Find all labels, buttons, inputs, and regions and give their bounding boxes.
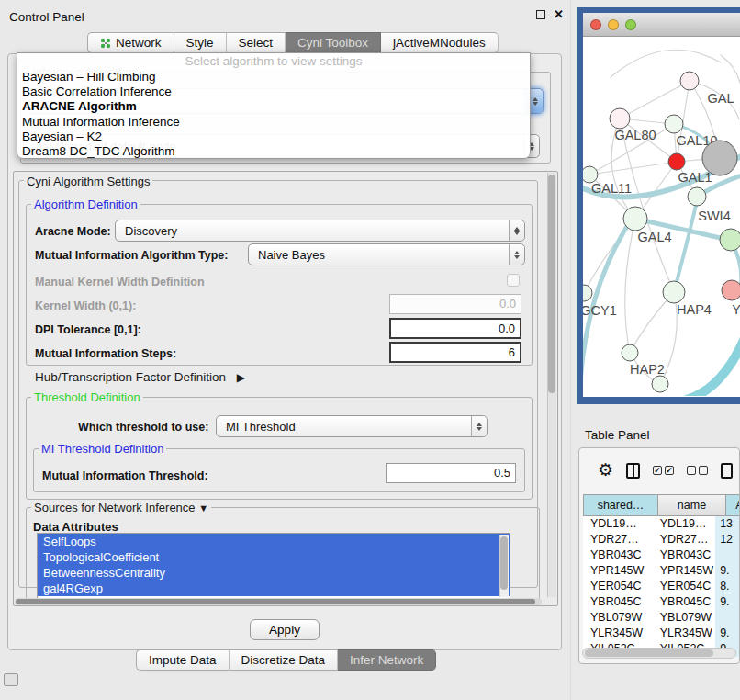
document-icon[interactable] bbox=[721, 463, 733, 479]
expand-arrow-icon[interactable]: ▶ bbox=[237, 371, 245, 384]
table-cell[interactable]: YDR27… bbox=[583, 532, 653, 548]
network-node[interactable] bbox=[720, 229, 740, 251]
table-cell[interactable]: YLR345W bbox=[583, 626, 653, 641]
column-header[interactable]: name bbox=[658, 494, 726, 516]
table-cell[interactable] bbox=[715, 548, 740, 563]
settings-horizontal-scrollbar-thumb[interactable] bbox=[16, 599, 535, 604]
algorithm-option[interactable]: Dream8 DC_TDC Algorithm bbox=[17, 144, 530, 159]
network-node[interactable] bbox=[583, 285, 592, 301]
table-cell[interactable]: YBR043C bbox=[583, 548, 653, 563]
table-cell[interactable]: YBR043C bbox=[653, 548, 715, 563]
mi-steps-input[interactable]: 6 bbox=[389, 342, 521, 363]
combo-stepper[interactable] bbox=[509, 244, 524, 265]
manual-kernel-checkbox[interactable] bbox=[507, 274, 520, 287]
table-row[interactable]: YDL19…YDL19…13 bbox=[583, 516, 740, 532]
columns-icon[interactable] bbox=[626, 463, 640, 479]
network-canvas[interactable]: GALGAL80GAL10GAL1GAL11SWI4GAL4GCY1HAP4YH… bbox=[583, 37, 740, 396]
table-cell[interactable]: YDR27… bbox=[653, 532, 715, 548]
table-cell[interactable]: YBL079W bbox=[583, 610, 653, 626]
mi-threshold-input[interactable]: 0.5 bbox=[386, 463, 516, 483]
collapse-arrow-icon[interactable]: ▼ bbox=[198, 502, 208, 514]
table-cell[interactable]: YDL19… bbox=[583, 516, 653, 532]
which-threshold-combo[interactable]: MI Threshold bbox=[216, 415, 488, 437]
combo-stepper[interactable] bbox=[471, 416, 487, 436]
table-row[interactable]: YBR045CYBR045C9. bbox=[583, 594, 740, 610]
zoom-traffic-light-icon[interactable] bbox=[625, 19, 636, 30]
table-cell[interactable]: 13 bbox=[715, 516, 740, 532]
table-cell[interactable]: 9. bbox=[715, 563, 740, 579]
network-edge[interactable] bbox=[721, 55, 740, 83]
network-node[interactable] bbox=[668, 153, 685, 170]
network-node[interactable] bbox=[680, 72, 699, 90]
algorithm-option[interactable]: Mutual Information Inference bbox=[17, 115, 530, 130]
table-cell[interactable]: YBL079W bbox=[653, 610, 715, 626]
attribute-item[interactable]: SelfLoops bbox=[38, 534, 510, 549]
table-cell[interactable]: 9. bbox=[715, 594, 740, 610]
table-row[interactable]: YBR043CYBR043C bbox=[583, 548, 740, 563]
network-window-titlebar[interactable] bbox=[583, 13, 740, 37]
algorithm-option[interactable]: Bayesian – K2 bbox=[17, 130, 530, 144]
network-edge-thick[interactable] bbox=[675, 338, 740, 396]
algorithm-option[interactable]: ARACNE Algorithm bbox=[17, 99, 530, 114]
table-cell[interactable]: YPR145W bbox=[653, 563, 715, 579]
table-cell[interactable]: YLR345W bbox=[653, 626, 715, 641]
network-node[interactable] bbox=[610, 108, 630, 129]
checked-pair-icon[interactable]: ✓✓ bbox=[653, 466, 674, 475]
table-horizontal-scrollbar-thumb[interactable] bbox=[585, 649, 713, 657]
column-header[interactable]: A bbox=[726, 494, 740, 516]
attribute-item[interactable]: gal4RGexp bbox=[38, 581, 510, 596]
algorithm-option[interactable]: Bayesian – Hill Climbing bbox=[17, 70, 530, 85]
combo-stepper[interactable] bbox=[509, 220, 524, 241]
apply-button[interactable]: Apply bbox=[250, 619, 320, 640]
table-cell[interactable]: 12 bbox=[715, 532, 740, 548]
network-edge[interactable] bbox=[620, 119, 674, 292]
algorithm-option[interactable]: Basic Correlation Inference bbox=[17, 85, 530, 99]
aracne-mode-combo[interactable]: Discovery bbox=[115, 220, 525, 242]
attribute-item[interactable]: TopologicalCoefficient bbox=[38, 549, 510, 565]
collapsed-panel-icon[interactable] bbox=[4, 673, 18, 686]
table-row[interactable]: YBL079WYBL079W bbox=[583, 610, 740, 626]
column-header[interactable]: shared… bbox=[583, 494, 658, 516]
kernel-width-input[interactable]: 0.0 bbox=[389, 294, 521, 314]
network-node[interactable] bbox=[663, 281, 685, 303]
attribute-item[interactable]: BetweennessCentrality bbox=[38, 565, 510, 581]
tab-style[interactable]: Style bbox=[174, 32, 227, 53]
network-node[interactable] bbox=[688, 187, 706, 206]
hub-definition-toggle[interactable]: Hub/Transcription Factor Definition ▶ bbox=[35, 370, 245, 384]
network-edge[interactable] bbox=[620, 81, 690, 119]
attributes-list-scrollbar-thumb[interactable] bbox=[500, 536, 508, 590]
table-cell[interactable]: 8. bbox=[715, 579, 740, 594]
gear-icon[interactable]: ⚙ bbox=[598, 461, 613, 480]
network-node[interactable] bbox=[623, 207, 647, 231]
settings-vertical-scrollbar-thumb[interactable] bbox=[548, 175, 555, 393]
table-cell[interactable]: 9. bbox=[715, 626, 740, 641]
table-row[interactable]: YLR345WYLR345W9. bbox=[583, 626, 740, 641]
table-row[interactable]: YDR27…YDR27…12 bbox=[583, 532, 740, 548]
network-edge[interactable] bbox=[589, 162, 677, 175]
close-icon[interactable]: ✕ bbox=[554, 10, 564, 19]
bottom-tab-impute-data[interactable]: Impute Data bbox=[136, 649, 230, 671]
close-traffic-light-icon[interactable] bbox=[590, 19, 601, 30]
tab-network[interactable]: Network bbox=[87, 32, 174, 53]
tab-jactivemnodules[interactable]: jActiveMNodules bbox=[381, 32, 499, 53]
network-edge[interactable] bbox=[611, 50, 721, 77]
bottom-tab-infer-network[interactable]: Infer Network bbox=[338, 649, 436, 671]
float-window-icon[interactable] bbox=[536, 10, 545, 19]
table-cell[interactable]: YER054C bbox=[653, 579, 715, 594]
tab-cyni-toolbox[interactable]: Cyni Toolbox bbox=[286, 32, 381, 53]
table-cell[interactable]: YDL19… bbox=[653, 516, 715, 532]
minimize-traffic-light-icon[interactable] bbox=[608, 19, 619, 30]
network-node[interactable] bbox=[622, 344, 638, 361]
panel-divider[interactable] bbox=[570, 0, 571, 700]
table-cell[interactable]: YER054C bbox=[583, 579, 653, 594]
table-cell[interactable]: YPR145W bbox=[583, 563, 653, 579]
mi-type-combo[interactable]: Naive Bayes bbox=[248, 243, 525, 265]
network-node[interactable] bbox=[652, 376, 668, 392]
unchecked-pair-icon[interactable] bbox=[687, 466, 708, 475]
data-attributes-list[interactable]: SelfLoopsTopologicalCoefficientBetweenne… bbox=[37, 533, 510, 599]
table-cell[interactable]: YBR045C bbox=[653, 594, 715, 610]
network-edge[interactable] bbox=[625, 219, 635, 353]
network-node[interactable] bbox=[722, 280, 740, 300]
network-edge-thick[interactable] bbox=[674, 198, 698, 292]
bottom-tab-discretize-data[interactable]: Discretize Data bbox=[230, 649, 339, 671]
